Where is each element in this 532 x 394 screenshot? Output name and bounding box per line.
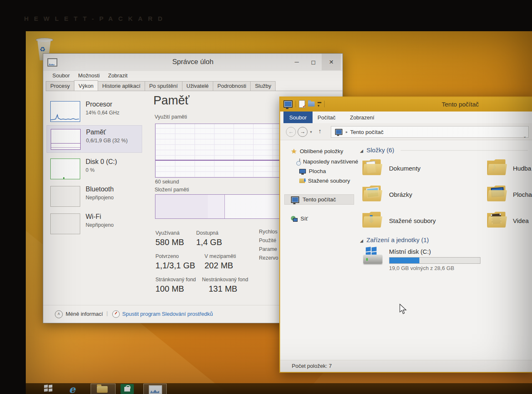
downloads-icon xyxy=(299,178,305,183)
resource-monitor-link[interactable]: Spustit program Sledování prostředků xyxy=(122,311,213,317)
recent-places-icon xyxy=(299,159,300,165)
memory-mini-graph xyxy=(51,129,81,150)
ribbon-tab-zobrazeni[interactable]: Zobrazení xyxy=(346,112,379,123)
folder-icon-music[interactable]: ♪ xyxy=(487,158,507,176)
stat-label-truncated: Použité xyxy=(259,238,276,243)
close-button[interactable]: ✕ xyxy=(322,54,341,70)
back-button[interactable]: ← xyxy=(286,127,296,137)
ex-titlebar[interactable]: ▬▾ Tento počítač xyxy=(280,97,532,112)
stat-label: Stránkovaný fond xyxy=(155,277,196,282)
sidebar-item-downloads[interactable]: Stažené soubory xyxy=(280,176,354,186)
start-button[interactable] xyxy=(44,385,53,392)
tab-sluzby[interactable]: Služby xyxy=(250,81,276,91)
sidebar-item-network[interactable]: Síť xyxy=(280,214,354,223)
ex-statusbar: Počet položek: 7 xyxy=(280,360,532,372)
menu-soubor[interactable]: Soubor xyxy=(49,72,73,79)
sidebar-item-recent[interactable]: Naposledy navštívené xyxy=(280,157,354,166)
minimize-button[interactable]: ─ xyxy=(288,54,305,70)
tm-tabbar: Procesy Výkon Historie aplikací Po spušt… xyxy=(46,80,342,91)
sidebar-item-favorites[interactable]: ★ Oblíbené položky xyxy=(280,146,354,156)
taskbar-task-manager-button[interactable] xyxy=(143,384,167,394)
stat-value: 202 MB xyxy=(204,261,233,270)
folder-icon-videos[interactable] xyxy=(487,211,507,228)
cpu-label: Procesor xyxy=(86,101,112,108)
folder-icon-desktop[interactable] xyxy=(487,184,507,202)
perf-item-bluetooth[interactable]: Bluetooth Nepřipojeno xyxy=(47,183,141,209)
computer-icon xyxy=(335,129,342,135)
tab-uzivatele[interactable]: Uživatelé xyxy=(182,81,213,91)
laptop-brand-text: HEWLETT-PACKARD xyxy=(24,15,168,22)
perf-item-memory[interactable]: Paměť 0,6/1,9 GB (32 %) xyxy=(47,125,142,153)
devices-group-header[interactable]: ◢Zařízení a jednotky (1) xyxy=(360,236,429,243)
recent-locations-dropdown-icon[interactable]: ▾ xyxy=(310,130,312,134)
less-info-button[interactable]: Méně informací xyxy=(66,311,103,317)
menu-zobrazit[interactable]: Zobrazit xyxy=(105,72,131,79)
breadcrumb-separator: ▸ xyxy=(346,130,348,134)
new-folder-icon[interactable] xyxy=(308,102,315,107)
tm-titlebar[interactable]: Správce úloh ─ ◻ ✕ xyxy=(43,54,342,71)
folder-label[interactable]: Videa xyxy=(513,217,529,224)
sidebar-item-this-pc[interactable]: Tento počítač xyxy=(284,194,354,205)
internet-explorer-icon[interactable]: e xyxy=(69,383,75,394)
ribbon-tab-pocitac[interactable]: Počítač xyxy=(313,112,340,123)
folder-icon-documents[interactable] xyxy=(362,158,382,176)
computer-icon xyxy=(291,196,299,203)
drive-name[interactable]: Místní disk (C:) xyxy=(389,248,431,255)
collapse-chevron-icon[interactable]: ˄ xyxy=(55,310,63,318)
taskbar: e xyxy=(26,383,532,394)
perf-item-disk[interactable]: Disk 0 (C:) 0 % xyxy=(47,155,141,182)
sidebar-item-desktop[interactable]: Plocha xyxy=(280,166,354,176)
cpu-detail: 14% 0,64 GHz xyxy=(86,110,119,116)
collapse-triangle-icon: ◢ xyxy=(360,238,363,243)
folder-label[interactable]: Obrázky xyxy=(389,191,412,198)
folder-label[interactable]: Dokumenty xyxy=(389,165,421,172)
address-dropdown-icon[interactable]: ⌄ xyxy=(523,134,527,139)
folder-icon-pictures[interactable] xyxy=(362,184,382,202)
menu-moznosti[interactable]: Možnosti xyxy=(75,72,103,79)
perf-item-wifi[interactable]: Wi-Fi Nepřipojeno xyxy=(47,210,141,237)
folder-label[interactable]: Plocha xyxy=(513,191,532,198)
tab-procesy[interactable]: Procesy xyxy=(46,81,74,91)
windows-store-icon[interactable] xyxy=(121,384,134,394)
desktop-icon xyxy=(299,169,306,173)
usage-graph-label: Využití paměti xyxy=(155,114,187,120)
breadcrumb[interactable]: Tento počítač xyxy=(350,129,384,135)
explorer-sidebar: ★ Oblíbené položky Naposledy navštívené … xyxy=(280,140,357,359)
customize-qat-icon[interactable]: ▬▾ xyxy=(318,100,321,108)
memory-detail: 0,6/1,9 GB (32 %) xyxy=(86,138,128,144)
wifi-detail: Nepřipojeno xyxy=(86,222,113,228)
disk-label: Disk 0 (C:) xyxy=(86,158,117,166)
stat-label-truncated: Rezervo xyxy=(259,255,278,261)
stat-value: 100 MB xyxy=(155,284,184,294)
drive-free-space: 19,0 GB volných z 28,6 GB xyxy=(389,265,454,271)
tab-po-spusteni[interactable]: Po spuštění xyxy=(145,81,182,91)
photo-of-laptop-screen: HEWLETT-PACKARD ♻ Správce úloh ─ ◻ ✕ Sou… xyxy=(0,0,532,394)
drive-capacity-fill xyxy=(389,258,419,263)
stat-label: Využívaná xyxy=(155,230,180,236)
folders-group-header[interactable]: ◢Složky (6) xyxy=(360,146,394,154)
tab-podrobnosti[interactable]: Podrobnosti xyxy=(213,81,251,91)
tm-menubar: Soubor Možnosti Zobrazit xyxy=(43,70,342,80)
up-button[interactable]: ↑ xyxy=(318,127,322,134)
properties-icon[interactable] xyxy=(299,100,305,108)
composition-label: Složení paměti xyxy=(155,187,189,193)
taskbar-file-explorer-button[interactable] xyxy=(91,384,116,394)
disk-detail: 0 % xyxy=(86,167,95,173)
divider xyxy=(324,101,325,107)
forward-button[interactable]: → xyxy=(298,127,308,137)
folder-icon-downloads[interactable]: ⬇ xyxy=(362,211,382,228)
folder-label[interactable]: Stažené soubory xyxy=(389,217,436,224)
wifi-mini-graph xyxy=(50,213,80,234)
folder-label[interactable]: Hudba xyxy=(513,165,531,172)
tab-historie-aplikaci[interactable]: Historie aplikací xyxy=(98,81,145,91)
maximize-button[interactable]: ◻ xyxy=(305,54,322,70)
tab-vykon[interactable]: Výkon xyxy=(74,80,98,91)
perf-item-cpu[interactable]: Procesor 14% 0,64 GHz xyxy=(47,98,141,124)
address-field[interactable]: ▸ Tento počítač ⌄ xyxy=(331,126,529,138)
bluetooth-label: Bluetooth xyxy=(86,186,114,193)
local-disk-icon[interactable] xyxy=(362,247,384,266)
group-rule xyxy=(401,150,528,151)
ex-window-title: Tento počítač xyxy=(442,101,479,108)
computer-icon[interactable] xyxy=(283,100,293,108)
ribbon-tab-soubor[interactable]: Soubor xyxy=(283,112,313,123)
